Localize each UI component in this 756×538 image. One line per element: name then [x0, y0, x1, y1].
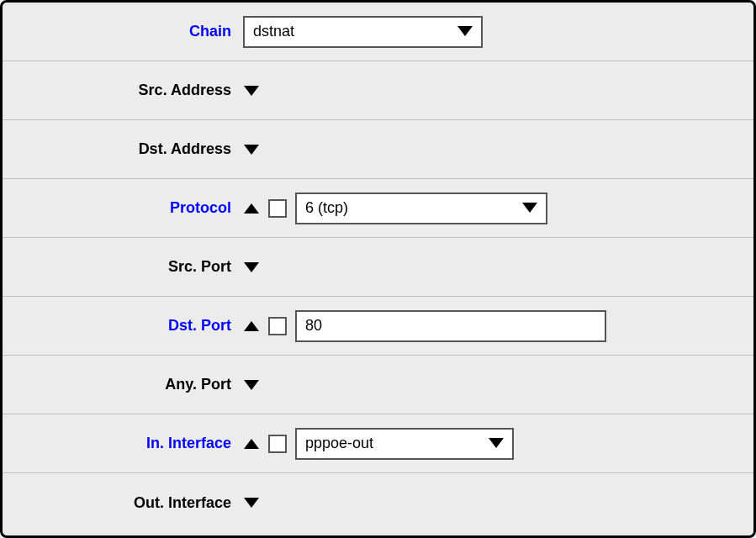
chevron-down-icon: [244, 145, 259, 155]
label-src-port: Src. Port: [3, 258, 238, 276]
any-port-toggle[interactable]: [243, 377, 260, 393]
controls-in-interface: pppoe-out: [238, 428, 514, 460]
controls-src-address: [238, 82, 260, 99]
chevron-up-icon: [244, 203, 259, 214]
chevron-down-icon: [489, 435, 504, 452]
in-interface-invert-checkbox[interactable]: [268, 435, 287, 453]
nat-rule-panel: Chain dstnat Src. Address Dst. Address P…: [0, 0, 756, 538]
chain-select[interactable]: dstnat: [243, 16, 483, 48]
label-any-port: Any. Port: [3, 376, 238, 393]
label-protocol: Protocol: [3, 199, 238, 217]
chevron-up-icon: [244, 439, 259, 449]
label-chain: Chain: [3, 23, 238, 40]
label-src-address: Src. Address: [3, 82, 238, 99]
label-out-interface: Out. Interface: [3, 494, 238, 512]
controls-out-interface: [238, 494, 260, 511]
chain-select-value: dstnat: [253, 23, 294, 40]
in-interface-select[interactable]: pppoe-out: [295, 428, 514, 460]
controls-dst-port: 80: [238, 310, 606, 342]
dst-port-value: 80: [305, 317, 322, 335]
chevron-down-icon: [522, 199, 537, 217]
chevron-up-icon: [244, 321, 259, 331]
row-src-port: Src. Port: [3, 238, 753, 297]
chevron-down-icon: [244, 498, 259, 508]
in-interface-toggle[interactable]: [243, 435, 260, 452]
src-port-toggle[interactable]: [243, 259, 260, 276]
chevron-down-icon: [244, 86, 259, 96]
protocol-toggle[interactable]: [243, 200, 260, 217]
row-src-address: Src. Address: [3, 61, 753, 120]
chevron-down-icon: [457, 23, 473, 40]
row-dst-port: Dst. Port 80: [3, 297, 753, 356]
row-in-interface: In. Interface pppoe-out: [3, 414, 753, 473]
protocol-invert-checkbox[interactable]: [268, 199, 287, 218]
row-out-interface: Out. Interface: [3, 473, 753, 532]
controls-any-port: [238, 377, 260, 393]
row-dst-address: Dst. Address: [3, 120, 753, 179]
chevron-down-icon: [244, 380, 259, 390]
protocol-select-value: 6 (tcp): [305, 199, 348, 217]
dst-port-invert-checkbox[interactable]: [268, 317, 287, 335]
dst-address-toggle[interactable]: [243, 141, 260, 158]
row-any-port: Any. Port: [3, 356, 753, 414]
dst-port-input[interactable]: 80: [295, 310, 606, 342]
label-dst-address: Dst. Address: [3, 140, 238, 158]
in-interface-select-value: pppoe-out: [305, 435, 373, 452]
protocol-select[interactable]: 6 (tcp): [295, 193, 547, 224]
label-in-interface: In. Interface: [3, 435, 238, 452]
dst-port-toggle[interactable]: [243, 318, 260, 335]
controls-src-port: [238, 259, 260, 276]
controls-protocol: 6 (tcp): [238, 193, 547, 224]
label-dst-port: Dst. Port: [3, 317, 238, 335]
controls-dst-address: [238, 141, 260, 158]
out-interface-toggle[interactable]: [243, 494, 260, 511]
src-address-toggle[interactable]: [243, 82, 260, 99]
row-protocol: Protocol 6 (tcp): [3, 179, 753, 238]
row-chain: Chain dstnat: [3, 3, 753, 61]
chevron-down-icon: [244, 262, 259, 272]
controls-chain: dstnat: [238, 16, 483, 48]
